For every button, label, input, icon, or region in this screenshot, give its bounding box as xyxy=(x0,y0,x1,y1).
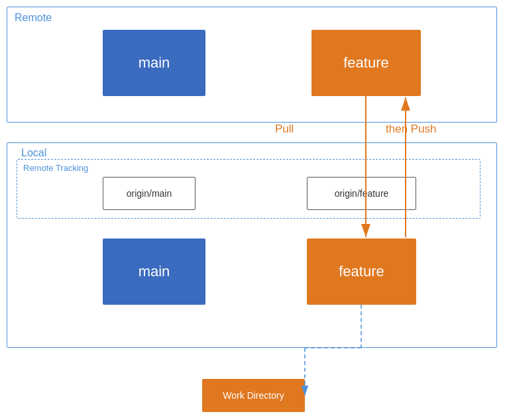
pull-label: Pull xyxy=(275,123,294,136)
origin-main-box: origin/main xyxy=(103,177,196,210)
remote-region xyxy=(7,7,497,123)
remote-feature-box: feature xyxy=(311,30,421,96)
push-label: then Push xyxy=(386,123,437,136)
local-feature-box: feature xyxy=(307,238,416,305)
local-label: Local xyxy=(21,147,46,159)
remote-tracking-label: Remote Tracking xyxy=(23,163,88,173)
remote-label: Remote xyxy=(15,12,52,24)
local-main-box: main xyxy=(103,238,205,305)
origin-feature-box: origin/feature xyxy=(307,177,416,210)
remote-main-box: main xyxy=(103,30,205,96)
work-directory-box: Work Directory xyxy=(202,379,305,412)
